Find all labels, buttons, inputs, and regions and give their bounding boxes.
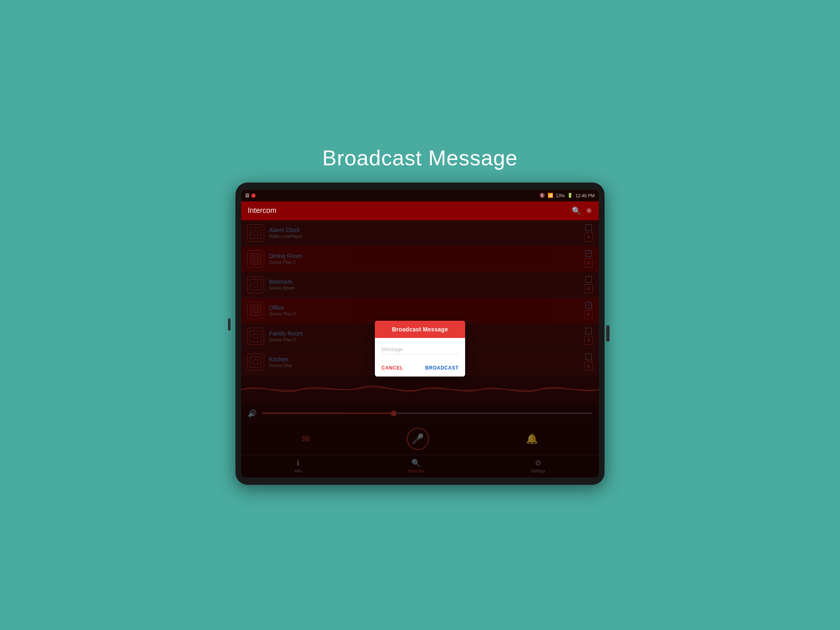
wifi-icon: 📶: [548, 193, 553, 198]
tablet-frame: 🖼 🔇 📶 13% 🔋 12:46 PM Intercom 🔍 ⚛: [235, 183, 605, 485]
battery-icon: 🔋: [567, 193, 573, 198]
app-header-icons: 🔍 ⚛: [572, 206, 592, 215]
tablet-screen: 🖼 🔇 📶 13% 🔋 12:46 PM Intercom 🔍 ⚛: [241, 190, 599, 477]
status-bar: 🖼 🔇 📶 13% 🔋 12:46 PM: [241, 190, 599, 201]
dialog-header: Broadcast Message: [375, 321, 465, 338]
message-input[interactable]: [381, 345, 459, 354]
broadcast-button[interactable]: BROADCAST: [425, 365, 459, 371]
search-icon[interactable]: 🔍: [572, 206, 581, 215]
status-left: 🖼: [245, 193, 256, 198]
dialog-body: [375, 338, 465, 361]
dialog-overlay: Broadcast Message CANCEL BROADCAST: [241, 220, 599, 477]
notification-dot: [251, 194, 256, 198]
clock: 12:46 PM: [575, 193, 595, 198]
page-title: Broadcast Message: [322, 146, 518, 170]
broadcast-dialog: Broadcast Message CANCEL BROADCAST: [375, 321, 465, 377]
dialog-actions: CANCEL BROADCAST: [375, 361, 465, 377]
left-handle: [228, 318, 231, 331]
status-right: 🔇 📶 13% 🔋 12:46 PM: [539, 193, 595, 198]
cancel-button[interactable]: CANCEL: [381, 365, 403, 371]
image-icon: 🖼: [245, 193, 249, 198]
network-icon[interactable]: ⚛: [586, 206, 592, 215]
app-header: Intercom 🔍 ⚛: [241, 201, 599, 220]
dialog-title: Broadcast Message: [392, 326, 448, 333]
content-area: Alarm Clock WiMu LinkPlayer ⊞: [241, 220, 599, 477]
mute-icon: 🔇: [539, 193, 545, 198]
app-header-title: Intercom: [248, 206, 276, 215]
right-handle: [606, 325, 609, 342]
battery-text: 13%: [556, 193, 565, 198]
